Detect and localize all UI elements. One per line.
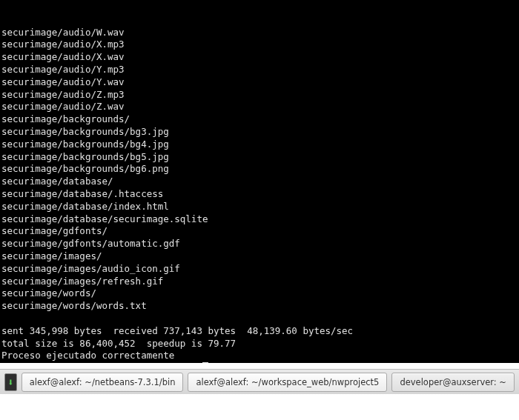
window-border — [0, 363, 519, 369]
terminal-line: securimage/database/index.html — [1, 201, 518, 213]
terminal-line: sent 345,998 bytes received 737,143 byte… — [1, 325, 518, 338]
terminal-line: securimage/words/ — [1, 287, 518, 300]
terminal-line: securimage/backgrounds/bg5.jpg — [1, 151, 518, 164]
download-glyph: ⬇ — [7, 377, 13, 387]
taskbar-button-label: developer@auxserver: ~ — [400, 377, 506, 387]
terminal-line: securimage/audio/X.wav — [1, 51, 518, 64]
terminal-line: securimage/gdfonts/ — [1, 225, 518, 238]
taskbar-button-label: alexf@alexf: ~/workspace_web/nwproject5 — [196, 377, 379, 387]
taskbar-button[interactable]: alexf@alexf: ~/netbeans-7.3.1/bin — [22, 373, 184, 392]
terminal-line: securimage/audio/Y.mp3 — [1, 64, 518, 76]
terminal-output[interactable]: securimage/audio/W.wavsecurimage/audio/X… — [0, 0, 519, 363]
terminal-line: securimage/audio/X.mp3 — [1, 39, 518, 51]
taskbar: ⬇ alexf@alexf: ~/netbeans-7.3.1/bin alex… — [0, 369, 519, 394]
terminal-line: securimage/gdfonts/automatic.gdf — [1, 238, 518, 250]
taskbar-button[interactable]: developer@auxserver: ~ — [391, 373, 515, 392]
terminal-line: securimage/backgrounds/bg4.jpg — [1, 139, 518, 151]
page-background — [0, 394, 519, 420]
taskbar-button[interactable]: alexf@alexf: ~/workspace_web/nwproject5 — [188, 373, 387, 392]
terminal-line: securimage/images/refresh.gif — [1, 276, 518, 288]
terminal-line: securimage/audio/Y.wav — [1, 76, 518, 89]
terminal-line: securimage/images/ — [1, 250, 518, 263]
terminal-line: securimage/audio/Z.wav — [1, 101, 518, 113]
terminal-line: securimage/database/.htaccess — [1, 188, 518, 201]
terminal-line: securimage/database/ — [1, 176, 518, 188]
terminal-line: securimage/audio/Z.mp3 — [1, 89, 518, 101]
terminal-line: securimage/backgrounds/ — [1, 113, 518, 126]
terminal-line: securimage/backgrounds/bg3.jpg — [1, 126, 518, 139]
download-icon[interactable]: ⬇ — [4, 373, 17, 391]
terminal-line: securimage/audio/W.wav — [1, 27, 518, 39]
terminal-line: securimage/images/audio_icon.gif — [1, 263, 518, 276]
terminal-line: total size is 86,400,452 speedup is 79.7… — [1, 338, 518, 350]
terminal-line — [1, 313, 518, 325]
terminal-line: securimage/database/securimage.sqlite — [1, 213, 518, 226]
terminal-line: securimage/words/words.txt — [1, 300, 518, 313]
terminal-line: Proceso ejecutado correctamente — [1, 350, 518, 362]
terminal-line: securimage/backgrounds/bg6.png — [1, 163, 518, 176]
taskbar-button-label: alexf@alexf: ~/netbeans-7.3.1/bin — [30, 377, 176, 387]
